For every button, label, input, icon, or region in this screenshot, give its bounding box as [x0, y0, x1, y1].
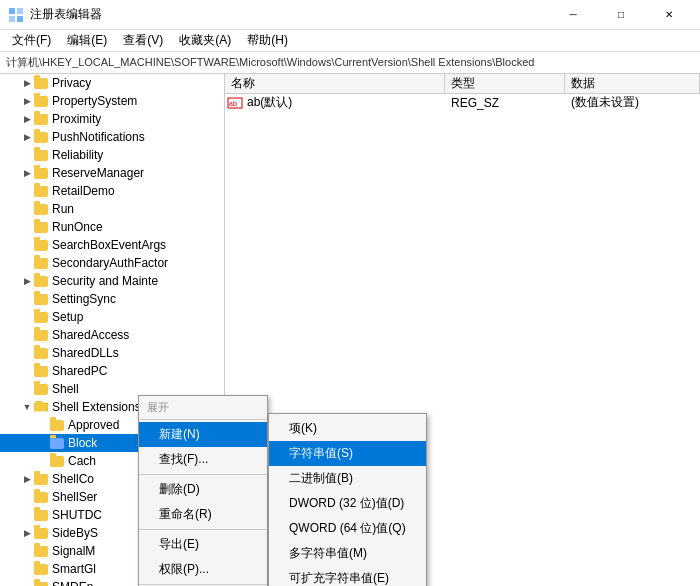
ctx-find[interactable]: 查找(F)... [139, 447, 267, 472]
sub-item-qword[interactable]: QWORD (64 位)值(Q) [269, 516, 426, 541]
sub-item-expandstring[interactable]: 可扩充字符串值(E) [269, 566, 426, 586]
tree-label: RunOnce [52, 220, 103, 234]
tree-item-reliability[interactable]: ▶ Reliability [0, 146, 224, 164]
ctx-permissions[interactable]: 权限(P)... [139, 557, 267, 582]
tree-item-proximity[interactable]: ▶ Proximity [0, 110, 224, 128]
tree-item-security[interactable]: ▶ Security and Mainte [0, 272, 224, 290]
expand-btn[interactable]: ▶ [20, 130, 34, 144]
expand-btn[interactable]: ▶ [20, 112, 34, 126]
list-header: 名称 类型 数据 [225, 74, 700, 94]
tree-label: RetailDemo [52, 184, 115, 198]
window-controls: ─ □ ✕ [550, 0, 692, 30]
tree-label: Shell [52, 382, 79, 396]
folder-icon [34, 364, 50, 378]
sub-item-string[interactable]: 字符串值(S) [269, 441, 426, 466]
tree-item-setup[interactable]: ▶ Setup [0, 308, 224, 326]
expand-btn[interactable]: ▶ [20, 166, 34, 180]
menu-help[interactable]: 帮助(H) [239, 30, 296, 51]
app-icon [8, 7, 24, 23]
expand-btn[interactable]: ▶ [20, 526, 34, 540]
tree-item-sharedpc[interactable]: ▶ SharedPC [0, 362, 224, 380]
ctx-rename[interactable]: 重命名(R) [139, 502, 267, 527]
tree-item-run[interactable]: ▶ Run [0, 200, 224, 218]
submenu[interactable]: 项(K) 字符串值(S) 二进制值(B) DWORD (32 位)值(D) QW… [268, 413, 427, 586]
tree-item-shareddlls[interactable]: ▶ SharedDLLs [0, 344, 224, 362]
tree-item-pushnotifications[interactable]: ▶ PushNotifications [0, 128, 224, 146]
sub-item-binary[interactable]: 二进制值(B) [269, 466, 426, 491]
minimize-button[interactable]: ─ [550, 0, 596, 30]
address-path: 计算机\HKEY_LOCAL_MACHINE\SOFTWARE\Microsof… [6, 55, 534, 70]
ctx-title: 展开 [139, 398, 267, 417]
tree-label: SearchBoxEventArgs [52, 238, 166, 252]
folder-icon [34, 526, 50, 540]
ctx-delete[interactable]: 删除(D) [139, 477, 267, 502]
tree-label: SharedPC [52, 364, 107, 378]
ctx-new[interactable]: 新建(N) [139, 422, 267, 447]
address-bar: 计算机\HKEY_LOCAL_MACHINE\SOFTWARE\Microsof… [0, 52, 700, 74]
folder-icon [50, 418, 66, 432]
tree-label: Proximity [52, 112, 101, 126]
folder-icon [34, 310, 50, 324]
tree-label: ShellSer [52, 490, 97, 504]
folder-icon [34, 292, 50, 306]
menu-view[interactable]: 查看(V) [115, 30, 171, 51]
tree-label-block: Block [68, 436, 97, 450]
tree-item-settingsync[interactable]: ▶ SettingSync [0, 290, 224, 308]
tree-item-secondaryauth[interactable]: ▶ SecondaryAuthFactor [0, 254, 224, 272]
col-type[interactable]: 类型 [445, 74, 565, 93]
maximize-button[interactable]: □ [598, 0, 644, 30]
value-type: REG_SZ [445, 96, 565, 110]
sub-item-multistring[interactable]: 多字符串值(M) [269, 541, 426, 566]
folder-icon [34, 346, 50, 360]
tree-item-sharedaccess[interactable]: ▶ SharedAccess [0, 326, 224, 344]
list-row-default[interactable]: ab ab(默认) REG_SZ (数值未设置) [225, 94, 700, 112]
menu-file[interactable]: 文件(F) [4, 30, 59, 51]
folder-icon [34, 580, 50, 586]
svg-marker-5 [34, 405, 48, 411]
expand-btn[interactable]: ▶ [20, 472, 34, 486]
expand-btn[interactable]: ▶ [20, 274, 34, 288]
expand-btn[interactable]: ▶ [20, 76, 34, 90]
folder-icon [34, 562, 50, 576]
tree-item-propertysystem[interactable]: ▶ PropertySystem [0, 92, 224, 110]
tree-item-retaildemo[interactable]: ▶ RetailDemo [0, 182, 224, 200]
folder-icon-open [34, 400, 50, 414]
ctx-separator-2 [139, 529, 267, 530]
col-name[interactable]: 名称 [225, 74, 445, 93]
tree-label: SharedDLLs [52, 346, 119, 360]
window-title: 注册表编辑器 [30, 6, 550, 23]
expand-btn[interactable]: ▶ [20, 94, 34, 108]
tree-label: SideByS [52, 526, 98, 540]
folder-icon [34, 220, 50, 234]
tree-label: SharedAccess [52, 328, 129, 342]
tree-label: SecondaryAuthFactor [52, 256, 168, 270]
value-data: (数值未设置) [565, 94, 700, 111]
context-menu-area: 展开 新建(N) 查找(F)... 删除(D) 重命名(R) 导出(E) 权限(… [138, 395, 427, 586]
svg-rect-3 [17, 16, 23, 22]
value-name: ab(默认) [245, 94, 445, 111]
tree-label: ShellCo [52, 472, 94, 486]
sub-item-key[interactable]: 项(K) [269, 416, 426, 441]
close-button[interactable]: ✕ [646, 0, 692, 30]
menu-edit[interactable]: 编辑(E) [59, 30, 115, 51]
title-bar: 注册表编辑器 ─ □ ✕ [0, 0, 700, 30]
tree-label: PropertySystem [52, 94, 137, 108]
folder-icon [34, 238, 50, 252]
folder-icon [50, 436, 66, 450]
expand-btn[interactable]: ▼ [20, 400, 34, 414]
folder-icon [34, 202, 50, 216]
tree-item-privacy[interactable]: ▶ Privacy [0, 74, 224, 92]
svg-rect-2 [9, 16, 15, 22]
sub-item-dword[interactable]: DWORD (32 位)值(D) [269, 491, 426, 516]
context-menu[interactable]: 展开 新建(N) 查找(F)... 删除(D) 重命名(R) 导出(E) 权限(… [138, 395, 268, 586]
menu-favorites[interactable]: 收藏夹(A) [171, 30, 239, 51]
col-data[interactable]: 数据 [565, 74, 700, 93]
tree-item-runonce[interactable]: ▶ RunOnce [0, 218, 224, 236]
folder-icon [34, 130, 50, 144]
tree-item-searchbox[interactable]: ▶ SearchBoxEventArgs [0, 236, 224, 254]
folder-icon [34, 508, 50, 522]
ctx-export[interactable]: 导出(E) [139, 532, 267, 557]
folder-icon [34, 166, 50, 180]
folder-icon [34, 274, 50, 288]
tree-item-reservemanager[interactable]: ▶ ReserveManager [0, 164, 224, 182]
